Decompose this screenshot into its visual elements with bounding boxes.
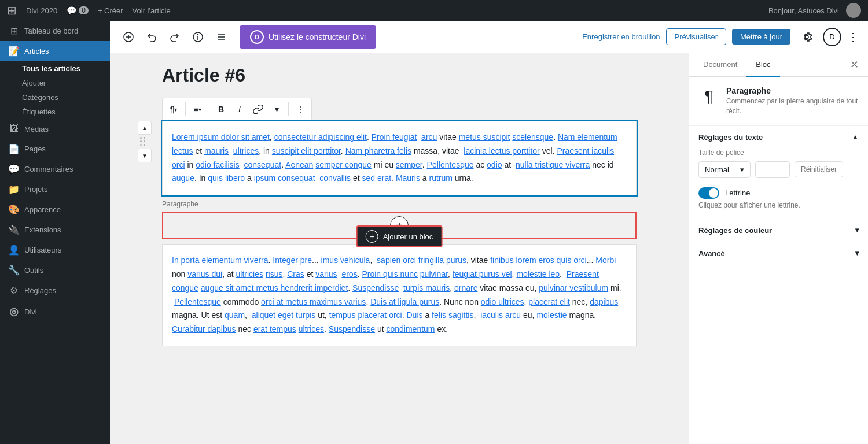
- save-draft-button[interactable]: Enregistrer en brouillon: [582, 32, 660, 41]
- bold-button[interactable]: B: [212, 101, 230, 118]
- medias-label: Médias: [24, 125, 49, 134]
- font-size-dropdown-icon: ▾: [740, 165, 744, 174]
- move-up-button[interactable]: ▲: [138, 121, 152, 135]
- color-settings-label: Réglages de couleur: [698, 226, 772, 235]
- projets-label: Projets: [24, 185, 47, 194]
- divi-builder-button[interactable]: D Utilisez le constructeur Divi: [240, 25, 376, 49]
- redo-button[interactable]: [165, 28, 184, 46]
- create-link[interactable]: + Créer: [98, 6, 123, 15]
- pages-icon: 📄: [8, 143, 20, 154]
- toggle-knob: [709, 188, 718, 198]
- article-title[interactable]: Article #6: [162, 65, 637, 86]
- tab-document[interactable]: Document: [694, 53, 746, 77]
- view-article-link[interactable]: Voir l'article: [133, 6, 171, 15]
- commentaires-icon: 💬: [8, 164, 20, 175]
- text-settings-section: Réglages du texte ▲ Taille de police Nor…: [689, 125, 868, 219]
- font-size-label: Taille de police: [698, 149, 859, 157]
- red-border-container: + + Ajouter un bloc: [162, 212, 637, 239]
- info-button[interactable]: [189, 28, 207, 46]
- sidebar: ⊞ Tableau de bord 📝 Articles Tous les ar…: [0, 21, 110, 444]
- link-arrow-button[interactable]: ▾: [268, 101, 285, 118]
- add-block-tooltip-wrapper: + + Ajouter un bloc: [163, 216, 635, 235]
- drag-handle[interactable]: [140, 137, 149, 146]
- color-settings-header[interactable]: Réglages de couleur ▾: [689, 219, 868, 242]
- dashboard-label: Tableau de bord: [24, 27, 78, 35]
- admin-bar: ⊞ Divi 2020 💬 0 + Créer Voir l'article B…: [0, 0, 868, 21]
- content-area: D Utilisez le constructeur Divi Enregist…: [110, 21, 868, 444]
- sidebar-subitem-etiquettes[interactable]: Étiquettes: [0, 105, 110, 119]
- add-block-button[interactable]: [119, 28, 138, 46]
- advanced-chevron-down-icon: ▾: [855, 249, 859, 257]
- font-size-number-input[interactable]: [755, 161, 790, 178]
- panel-block-name: Paragraphe: [726, 86, 859, 95]
- more-block-options-button[interactable]: ⋮: [292, 101, 309, 118]
- right-panel: Document Bloc ✕ ¶ Paragraphe Commencez p…: [689, 53, 868, 444]
- paragraph-type-button[interactable]: ¶ ▾: [165, 101, 182, 118]
- site-name-link[interactable]: Divi 2020: [26, 6, 57, 15]
- panel-block-info: ¶ Paragraphe Commencez par la pierre ang…: [689, 77, 868, 125]
- sidebar-item-commentaires[interactable]: 💬 Commentaires: [0, 159, 110, 179]
- font-size-value: Normal: [705, 165, 729, 174]
- settings-button[interactable]: [796, 27, 817, 47]
- text-block-2[interactable]: In porta elementum viverra. Integer pre.…: [162, 244, 637, 346]
- editor-main[interactable]: Article #6 ▲: [110, 53, 689, 444]
- lettrine-toggle[interactable]: [698, 187, 719, 199]
- color-settings-section: Réglages de couleur ▾: [689, 219, 868, 242]
- sidebar-item-utilisateurs[interactable]: 👤 Utilisateurs: [0, 240, 110, 260]
- sidebar-item-reglages[interactable]: ⚙ Réglages: [0, 280, 110, 301]
- text-block-1[interactable]: Lorem ipsum dolor sit amet, consectetur …: [162, 121, 637, 195]
- text-settings-content: Taille de police Normal ▾ Réinitialiser: [689, 149, 868, 219]
- sidebar-item-divi[interactable]: ◎ Divi: [0, 301, 110, 323]
- preview-button[interactable]: Prévisualiser: [666, 28, 726, 45]
- update-button[interactable]: Mettre à jour: [732, 29, 790, 45]
- pages-label: Pages: [24, 145, 46, 153]
- panel-close-button[interactable]: ✕: [845, 54, 863, 76]
- undo-button[interactable]: [142, 28, 161, 46]
- wp-logo-icon: ⊞: [7, 3, 17, 17]
- sidebar-subitem-ajouter[interactable]: Ajouter: [0, 76, 110, 90]
- divi-icon: ◎: [8, 305, 20, 318]
- font-size-row: Normal ▾ Réinitialiser: [698, 161, 859, 178]
- text-settings-header[interactable]: Réglages du texte ▲: [689, 126, 868, 149]
- align-icon: ≡: [193, 105, 198, 114]
- move-down-button[interactable]: ▼: [138, 149, 152, 162]
- advanced-section: Avancé ▾: [689, 242, 868, 265]
- paragraph-panel-icon: ¶: [704, 87, 713, 106]
- more-options-button[interactable]: ⋮: [847, 30, 859, 44]
- font-size-select[interactable]: Normal ▾: [698, 161, 751, 178]
- user-circle-button[interactable]: D: [823, 28, 841, 46]
- sidebar-item-medias[interactable]: 🖼 Médias: [0, 119, 110, 139]
- sidebar-item-outils[interactable]: 🔧 Outils: [0, 260, 110, 280]
- sidebar-subitem-tous[interactable]: Tous les articles: [0, 61, 110, 76]
- user-greeting: Bonjour, Astuces Divi: [768, 6, 839, 15]
- color-settings-chevron-down-icon: ▾: [855, 226, 859, 234]
- divi-label: Divi: [24, 308, 37, 316]
- articles-icon: 📝: [8, 46, 20, 57]
- sidebar-item-pages[interactable]: 📄 Pages: [0, 139, 110, 159]
- apparence-label: Apparence: [24, 205, 61, 214]
- panel-tabs: Document Bloc ✕: [689, 53, 868, 77]
- italic-button[interactable]: I: [231, 101, 248, 118]
- commentaires-label: Commentaires: [24, 165, 73, 173]
- sidebar-item-articles[interactable]: 📝 Articles: [0, 41, 110, 61]
- sidebar-item-projets[interactable]: 📁 Projets: [0, 179, 110, 199]
- list-view-button[interactable]: [212, 28, 230, 46]
- editor-body: Article #6 ▲: [110, 53, 868, 444]
- utilisateurs-icon: 👤: [8, 245, 20, 256]
- separator-1: [185, 102, 186, 116]
- svg-point-5: [198, 34, 198, 35]
- sidebar-item-apparence[interactable]: 🎨 Apparence: [0, 199, 110, 220]
- reglages-label: Réglages: [24, 286, 56, 295]
- link-button[interactable]: [249, 101, 267, 118]
- editor-toolbar: D Utilisez le constructeur Divi Enregist…: [110, 21, 868, 53]
- sidebar-subitem-categories[interactable]: Catégories: [0, 90, 110, 105]
- advanced-header[interactable]: Avancé ▾: [689, 242, 868, 265]
- articles-label: Articles: [24, 47, 49, 56]
- tab-bloc[interactable]: Bloc: [746, 53, 779, 77]
- divi-logo-circle: D: [250, 30, 264, 44]
- sidebar-item-dashboard[interactable]: ⊞ Tableau de bord: [0, 21, 110, 41]
- panel-block-icon: ¶: [698, 86, 719, 107]
- sidebar-item-extensions[interactable]: 🔌 Extensions: [0, 220, 110, 240]
- align-button[interactable]: ≡ ▾: [189, 101, 206, 118]
- font-size-reset-button[interactable]: Réinitialiser: [795, 161, 843, 177]
